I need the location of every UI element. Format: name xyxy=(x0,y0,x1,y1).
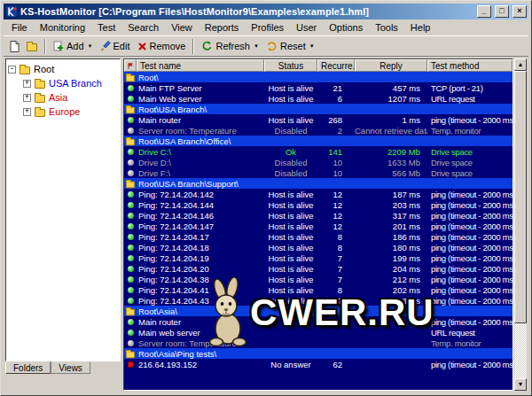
recurrences-value: 6 xyxy=(317,94,355,104)
menu-item-reports[interactable]: Reports xyxy=(199,20,246,35)
reset-dropdown-icon[interactable]: ▼ xyxy=(309,43,315,49)
table-body: Root\Main FTP ServerHost is alive21457 m… xyxy=(124,72,512,390)
test-method: ping (timeout - 2000 ms) xyxy=(427,317,512,327)
test-name: Ping: 72.14.204.20 xyxy=(137,264,264,274)
new-file-button[interactable] xyxy=(6,39,23,54)
reply-value: Cannot retrieve data f... xyxy=(355,126,427,136)
scrollbar-down-button[interactable]: ▼ xyxy=(514,378,527,391)
folder-row[interactable]: Root\Asia\ xyxy=(124,306,512,316)
table-row[interactable]: Ping: 72.14.204.38Host is alive7212 mspi… xyxy=(124,274,512,284)
test-name: Drive F:\ xyxy=(137,168,264,178)
tab-folders[interactable]: Folders xyxy=(5,361,51,374)
folder-row[interactable]: Root\USA Branch\Support\ xyxy=(124,178,512,189)
expand-icon[interactable]: + xyxy=(23,94,31,102)
recurrences-value: 12 xyxy=(317,190,355,199)
status-text: Host is alive xyxy=(264,232,317,242)
menu-item-file[interactable]: File xyxy=(5,20,34,35)
menu-item-tools[interactable]: Tools xyxy=(369,20,404,35)
table-row[interactable]: Ping: 72.14.204.146Host is alive12317 ms… xyxy=(124,210,512,221)
minimize-button[interactable]: _ xyxy=(477,5,491,18)
add-dropdown-icon[interactable]: ▼ xyxy=(88,43,93,49)
table-row[interactable]: Main web serverURL request xyxy=(124,327,512,338)
status-text: Host is alive xyxy=(264,296,317,306)
folder-row[interactable]: Root\USA Branch\ xyxy=(124,104,512,114)
menu-item-search[interactable]: Search xyxy=(121,20,165,35)
folder-row-icon-cell xyxy=(124,136,137,146)
table-row[interactable]: Drive C:\Ok1412209 MbDrive space xyxy=(124,146,512,157)
table-row[interactable]: Ping: 72.14.204.17Host is alive8186 mspi… xyxy=(124,231,512,242)
table-row[interactable]: Ping: 72.14.204.18Host is alive8180 mspi… xyxy=(124,242,512,252)
maximize-button[interactable]: □ xyxy=(495,5,509,18)
collapse-icon[interactable]: - xyxy=(8,66,16,74)
refresh-dropdown-icon[interactable]: ▼ xyxy=(254,43,259,49)
open-file-button[interactable] xyxy=(23,40,41,53)
reply-value: 1633 Mb xyxy=(355,158,427,167)
table-row[interactable]: Ping: 72.14.204.142Host is alive12187 ms… xyxy=(124,189,512,199)
menu-item-monitoring[interactable]: Monitoring xyxy=(34,20,91,35)
expand-icon[interactable]: + xyxy=(23,80,31,88)
folder-tree: -Root+USA Branch+Asia+Europe xyxy=(5,58,121,361)
table-row[interactable]: Server room: TemperatureTemp. monitor xyxy=(124,338,512,348)
folder-row-icon-cell xyxy=(124,349,137,359)
table-row[interactable]: Main routerHost is alive2681 msping (tim… xyxy=(124,114,512,125)
column-header-test-method[interactable]: Test method xyxy=(427,59,512,72)
table-row[interactable]: Main Web serverHost is alive61207 msURL … xyxy=(124,93,512,104)
table-row[interactable]: Main FTP ServerHost is alive21457 msTCP … xyxy=(124,82,512,93)
reply-value: 1 ms xyxy=(355,115,427,125)
tree-item-asia[interactable]: +Asia xyxy=(8,90,118,105)
table-row[interactable]: Ping: 72.14.204.43Host is alive7193 mspi… xyxy=(124,295,512,306)
status-icon xyxy=(124,96,137,102)
table-row[interactable]: Ping: 72.14.204.147Host is alive12201 ms… xyxy=(124,221,512,231)
toolbar: Add ▼ Edit Remove Refresh ▼ xyxy=(4,35,528,57)
reply-value: 566 Mb xyxy=(355,168,427,178)
table-row[interactable]: 216.64.193.152No answer62ping (timeout -… xyxy=(124,359,512,369)
menu-item-test[interactable]: Test xyxy=(91,20,121,35)
folder-row[interactable]: Root\Asia\Ping tests\ xyxy=(124,348,512,359)
tree-item-label: USA Branch xyxy=(49,78,102,89)
status-icon xyxy=(124,319,137,325)
tree-item-europe[interactable]: +Europe xyxy=(8,105,118,119)
remove-button[interactable]: Remove xyxy=(134,39,190,53)
menu-item-user[interactable]: User xyxy=(290,20,323,35)
tree-item-root[interactable]: -Root xyxy=(8,62,118,76)
flag-column-header[interactable] xyxy=(124,59,137,72)
table-row[interactable]: Ping: 72.14.204.41Host is alive8202 mspi… xyxy=(124,284,512,295)
table-row[interactable]: Ping: 72.14.204.20Host is alive7204 mspi… xyxy=(124,263,512,274)
menu-item-help[interactable]: Help xyxy=(404,20,437,35)
folder-icon xyxy=(20,66,30,74)
column-header-test-name[interactable]: Test name xyxy=(137,59,264,72)
add-button[interactable]: Add ▼ xyxy=(50,39,97,53)
recurrences-value: 141 xyxy=(317,147,355,157)
menu-item-options[interactable]: Options xyxy=(323,20,369,35)
table-row[interactable]: Ping: 72.14.204.144Host is alive12203 ms… xyxy=(124,199,512,210)
expand-icon[interactable]: + xyxy=(23,108,31,116)
folder-row[interactable]: Root\ xyxy=(124,72,512,82)
folder-row-icon-cell xyxy=(124,105,137,114)
close-button[interactable]: × xyxy=(512,5,527,18)
refresh-button[interactable]: Refresh ▼ xyxy=(198,39,262,53)
reply-value: 1207 ms xyxy=(355,94,427,104)
status-text: Ok xyxy=(264,147,317,157)
column-header-recurrences[interactable]: Recurre... xyxy=(317,59,355,72)
scrollbar-track[interactable] xyxy=(514,71,527,378)
reset-button[interactable]: Reset ▼ xyxy=(262,39,318,53)
menu-item-view[interactable]: View xyxy=(165,20,199,35)
table-row[interactable]: Drive F:\Disabled10566 MbDrive space xyxy=(124,167,512,178)
recurrences-value: 8 xyxy=(317,243,355,252)
status-text: Disabled xyxy=(264,126,317,136)
edit-button[interactable]: Edit xyxy=(97,39,134,53)
table-row[interactable]: Main routerping (timeout - 2000 ms) xyxy=(124,316,512,327)
scrollbar-up-button[interactable]: ▲ xyxy=(514,58,527,71)
folder-row[interactable]: Root\USA Branch\Office\ xyxy=(124,136,512,146)
tree-item-usa-branch[interactable]: +USA Branch xyxy=(8,76,118,90)
table-row[interactable]: Drive D:\Disabled101633 MbDrive space xyxy=(124,157,512,167)
table-row[interactable]: Server room: TemperatureDisabled2Cannot … xyxy=(124,125,512,136)
table-header: Test name Status Recurre... Reply Test m… xyxy=(124,59,512,72)
column-header-status[interactable]: Status xyxy=(264,59,317,72)
column-header-reply[interactable]: Reply xyxy=(355,59,427,72)
menu-item-profiles[interactable]: Profiles xyxy=(245,20,290,35)
tab-views[interactable]: Views xyxy=(51,361,90,374)
table-row[interactable]: Ping: 72.14.204.19Host is alive7199 mspi… xyxy=(124,252,512,263)
scrollbar-thumb[interactable] xyxy=(514,71,527,323)
status-text: Host is alive xyxy=(264,221,317,231)
